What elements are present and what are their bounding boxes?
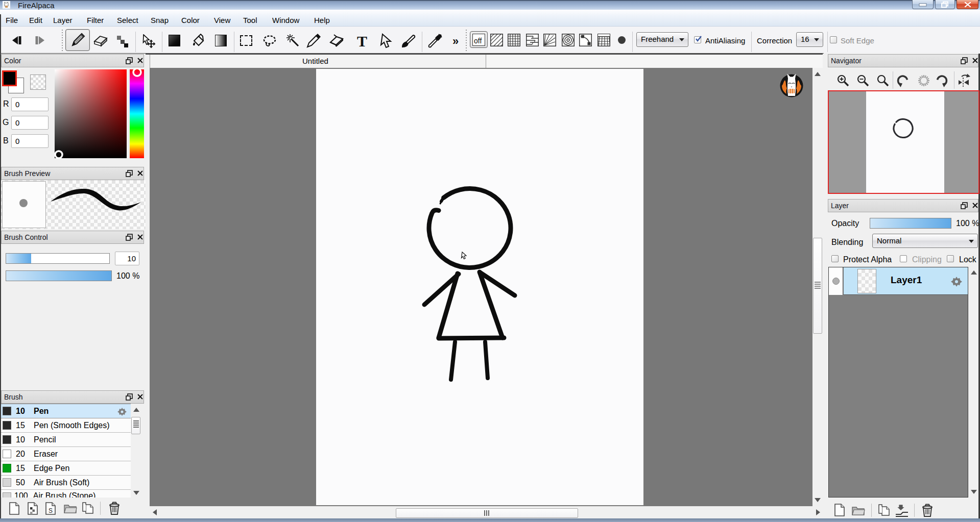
svg-text:S: S	[49, 507, 53, 514]
